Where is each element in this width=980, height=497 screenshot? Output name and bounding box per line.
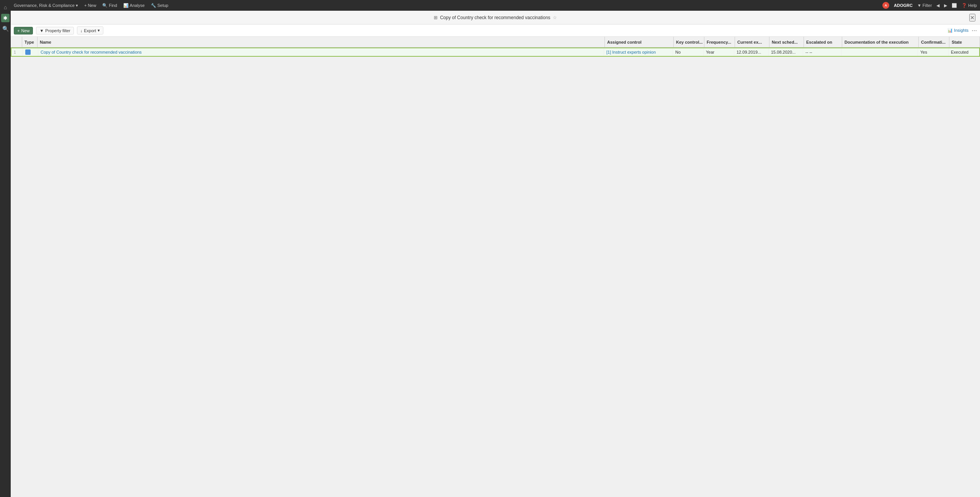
sidebar-home-icon[interactable]: ⌂ (1, 3, 10, 11)
insights-button[interactable]: 📊 Insights (947, 28, 969, 33)
th-keycontrol[interactable]: Key control... (674, 37, 704, 47)
nav-back[interactable]: ◀ (936, 3, 939, 8)
row-nextsched: 15.08.2020... (769, 48, 803, 56)
row-name-link[interactable]: Copy of Country check for recommended va… (41, 50, 142, 54)
top-nav: Governance, Risk & Compliance ▾ + New 🔍 … (11, 0, 980, 11)
left-sidebar: ⌂ ✱ 🔍 (0, 0, 11, 57)
row-assigned: [1] Instruct experts opinion (604, 48, 673, 56)
nav-help[interactable]: ❓ Help (962, 3, 977, 8)
th-type[interactable]: Type (22, 37, 38, 47)
th-confirmation[interactable]: Confirmati... (919, 37, 949, 47)
nav-analyse[interactable]: 📊 Analyse (123, 3, 145, 8)
export-label: Export (84, 28, 96, 33)
row-number: 1 (11, 48, 23, 56)
new-button[interactable]: + New (14, 27, 33, 34)
window-title-bar: ⊞ Copy of Country check for recommended … (11, 11, 980, 25)
th-escalated[interactable]: Escalated on (804, 37, 842, 47)
th-assigned[interactable]: Assigned control (605, 37, 674, 47)
assigned-link[interactable]: [1] Instruct experts opinion (606, 50, 656, 54)
window-title-icon: ⊞ (434, 15, 438, 20)
insights-label: Insights (954, 28, 969, 33)
new-plus-icon: + (17, 28, 20, 33)
window-close-button[interactable]: ✕ (969, 14, 975, 21)
nav-new[interactable]: + New (84, 3, 96, 8)
th-name[interactable]: Name (38, 37, 605, 47)
nav-setup-label: Setup (157, 3, 168, 8)
row-keycontrol: No (673, 48, 704, 56)
th-nextsched[interactable]: Next sched... (769, 37, 804, 47)
nav-window[interactable]: ⬜ (952, 3, 957, 8)
nav-find-label: Find (109, 3, 117, 8)
export-button[interactable]: ↓ Export ▾ (77, 26, 103, 34)
th-frequency[interactable]: Frequency... (704, 37, 735, 47)
favorite-star[interactable]: ☆ (553, 15, 557, 20)
row-type-icon (23, 48, 38, 56)
nav-governance-label: Governance, Risk & Compliance (14, 3, 75, 8)
nav-filter[interactable]: ▼ Filter (917, 3, 932, 8)
adogrc-badge: A (882, 2, 889, 9)
sidebar-star-icon[interactable]: ✱ (1, 14, 10, 22)
analyse-icon: 📊 (123, 3, 129, 8)
nav-new-label: New (88, 3, 96, 8)
nav-find[interactable]: 🔍 Find (102, 3, 117, 8)
table-row[interactable]: 1 Copy of Country check for recommended … (11, 48, 980, 57)
nav-setup[interactable]: 🔧 Setup (151, 3, 168, 8)
property-filter-button[interactable]: ▼ Property filter (36, 27, 74, 34)
export-icon: ↓ (80, 28, 83, 33)
setup-icon: 🔧 (151, 3, 156, 8)
row-state: Executed (949, 48, 979, 56)
filter-icon: ▼ (39, 28, 44, 33)
nav-analyse-label: Analyse (130, 3, 145, 8)
adogrc-label: ADOGRC (894, 3, 913, 8)
row-escalated: -- -- (803, 48, 841, 56)
th-state[interactable]: State (949, 37, 980, 47)
main-toolbar: + New ▼ Property filter ↓ Export ▾ 📊 Ins… (11, 25, 980, 37)
table-header: Type Name Assigned control Key control..… (11, 37, 980, 48)
main-table-area: Type Name Assigned control Key control..… (11, 37, 980, 57)
insights-icon: 📊 (947, 28, 953, 33)
nav-governance[interactable]: Governance, Risk & Compliance ▾ (14, 3, 78, 8)
new-button-label: New (21, 28, 29, 33)
th-currentex[interactable]: Current ex... (735, 37, 769, 47)
find-icon: 🔍 (102, 3, 108, 8)
plus-icon: + (84, 3, 87, 8)
th-docexec[interactable]: Documentation of the execution (842, 37, 919, 47)
top-nav-right: A ADOGRC ▼ Filter ◀ ▶ ⬜ ❓ Help (882, 2, 977, 9)
row-doc (841, 48, 918, 56)
th-rownum (11, 37, 22, 47)
export-dropdown-icon: ▾ (98, 28, 100, 33)
row-currentex: 12.09.2019... (734, 48, 769, 56)
window-title: Copy of Country check for recommended va… (440, 15, 550, 20)
nav-dropdown-icon: ▾ (76, 3, 78, 8)
nav-forward[interactable]: ▶ (944, 3, 947, 8)
type-box-icon (25, 49, 31, 55)
row-name[interactable]: Copy of Country check for recommended va… (38, 48, 604, 56)
more-options-button[interactable]: ⋯ (972, 28, 977, 34)
sidebar-search-icon[interactable]: 🔍 (1, 25, 10, 33)
row-confirmation: Yes (918, 48, 949, 56)
row-frequency: Year (704, 48, 734, 56)
property-filter-label: Property filter (45, 28, 70, 33)
